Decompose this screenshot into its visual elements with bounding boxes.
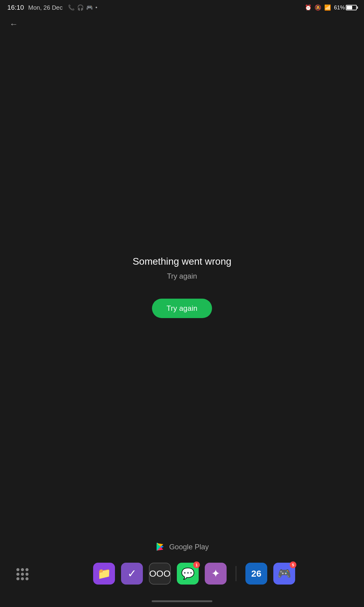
mute-icon: 🔕 bbox=[315, 4, 321, 11]
files-icon: 📁 bbox=[97, 567, 111, 580]
whatsapp-icon: 💬 bbox=[181, 567, 195, 580]
wifi-icon: 📶 bbox=[324, 4, 331, 11]
home-indicator bbox=[152, 600, 212, 602]
dot-3 bbox=[25, 568, 29, 571]
google-play-text: Google Play bbox=[169, 543, 209, 551]
time-display: 16:10 bbox=[7, 4, 24, 12]
dot-7 bbox=[16, 577, 19, 580]
status-icons-left: 📞 🎧 🎮 • bbox=[68, 4, 97, 11]
discord-icon: 🎮 bbox=[278, 567, 291, 580]
nav-apps: 📁 ✓ OOO 💬 1 ✦ 26 🎮 5 bbox=[93, 563, 295, 585]
companion-icon: ✦ bbox=[211, 567, 220, 580]
main-content: Something went wrong Try again Try again bbox=[0, 15, 364, 558]
app-icon-discord[interactable]: 🎮 5 bbox=[273, 563, 295, 585]
dot-icon: • bbox=[95, 5, 97, 11]
battery-icon bbox=[346, 5, 357, 10]
status-left: 16:10 Mon, 26 Dec 📞 🎧 🎮 • bbox=[7, 4, 97, 12]
dot-1 bbox=[16, 568, 19, 571]
tasks-icon: ✓ bbox=[127, 567, 136, 580]
google-play-logo bbox=[155, 541, 166, 552]
dot-5 bbox=[21, 573, 24, 576]
discord-badge: 5 bbox=[290, 561, 296, 568]
app-icon-companion[interactable]: ✦ bbox=[205, 563, 227, 585]
error-subtitle: Try again bbox=[167, 272, 197, 280]
app-icon-files[interactable]: 📁 bbox=[93, 563, 115, 585]
dot-4 bbox=[16, 573, 19, 576]
date-display: Mon, 26 Dec bbox=[28, 4, 62, 11]
app-icon-tasks[interactable]: ✓ bbox=[121, 563, 143, 585]
alarm-icon: ⏰ bbox=[305, 4, 312, 11]
game-icon: 🎮 bbox=[86, 4, 93, 11]
app-icon-calendar[interactable]: 26 bbox=[245, 563, 267, 585]
clockwork-icon: OOO bbox=[149, 568, 170, 579]
headset-icon: 🎧 bbox=[77, 4, 84, 11]
battery-container: 61% bbox=[334, 5, 357, 11]
battery-fill bbox=[347, 6, 352, 9]
error-container: Something went wrong Try again bbox=[133, 256, 231, 280]
battery-percent: 61% bbox=[334, 5, 345, 11]
calendar-icon: 26 bbox=[251, 568, 261, 579]
try-again-button[interactable]: Try again bbox=[152, 299, 212, 318]
dot-8 bbox=[21, 577, 24, 580]
google-play-footer: Google Play bbox=[0, 541, 364, 552]
dot-9 bbox=[25, 577, 29, 580]
phone-icon: 📞 bbox=[68, 4, 75, 11]
nav-divider bbox=[236, 566, 236, 581]
whatsapp-badge: 1 bbox=[193, 561, 200, 568]
dot-2 bbox=[21, 568, 24, 571]
app-icon-whatsapp[interactable]: 💬 1 bbox=[177, 563, 199, 585]
app-drawer-button[interactable] bbox=[15, 567, 29, 580]
status-right: ⏰ 🔕 📶 61% bbox=[305, 4, 357, 11]
app-icon-clockwork[interactable]: OOO bbox=[149, 563, 171, 585]
error-title: Something went wrong bbox=[133, 256, 231, 267]
dot-6 bbox=[25, 573, 29, 576]
status-bar: 16:10 Mon, 26 Dec 📞 🎧 🎮 • ⏰ 🔕 📶 61% bbox=[0, 0, 364, 15]
nav-bar: 📁 ✓ OOO 💬 1 ✦ 26 🎮 5 bbox=[0, 558, 364, 589]
